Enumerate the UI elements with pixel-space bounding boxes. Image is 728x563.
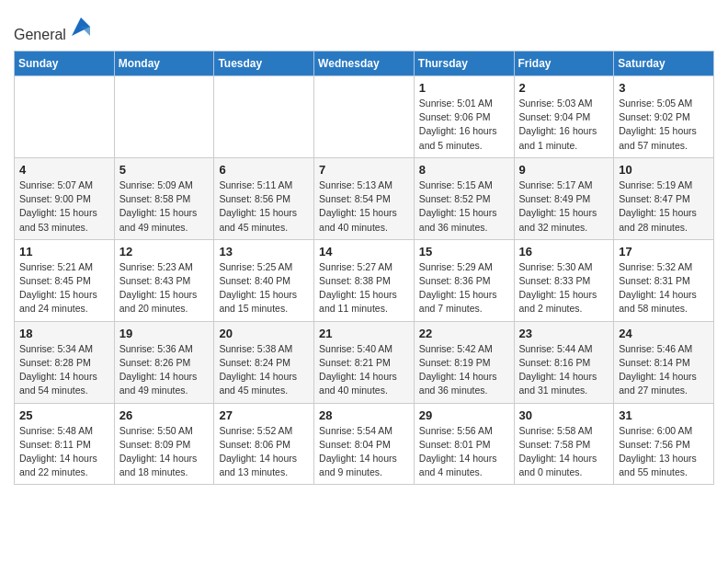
logo-general: General	[14, 27, 66, 42]
day-number: 20	[219, 327, 309, 340]
day-info: Sunrise: 5:30 AM Sunset: 8:33 PM Dayligh…	[519, 260, 609, 316]
day-info: Sunrise: 5:15 AM Sunset: 8:52 PM Dayligh…	[419, 178, 509, 235]
day-info: Sunrise: 5:09 AM Sunset: 8:58 PM Dayligh…	[119, 178, 210, 235]
calendar-cell	[214, 76, 314, 158]
calendar-cell: 6Sunrise: 5:11 AM Sunset: 8:56 PM Daylig…	[214, 157, 314, 239]
weekday-header: Thursday	[414, 52, 514, 76]
day-info: Sunrise: 5:25 AM Sunset: 8:40 PM Dayligh…	[219, 260, 309, 316]
day-info: Sunrise: 5:05 AM Sunset: 9:02 PM Dayligh…	[619, 97, 709, 153]
day-number: 6	[219, 163, 309, 177]
calendar-cell: 26Sunrise: 5:50 AM Sunset: 8:09 PM Dayli…	[114, 403, 214, 485]
calendar-cell: 3Sunrise: 5:05 AM Sunset: 9:02 PM Daylig…	[614, 76, 714, 158]
calendar-week-row: 4Sunrise: 5:07 AM Sunset: 9:00 PM Daylig…	[15, 157, 714, 239]
day-info: Sunrise: 5:07 AM Sunset: 9:00 PM Dayligh…	[19, 178, 109, 235]
day-info: Sunrise: 6:00 AM Sunset: 7:56 PM Dayligh…	[619, 424, 709, 480]
calendar-cell: 30Sunrise: 5:58 AM Sunset: 7:58 PM Dayli…	[514, 403, 614, 485]
calendar-cell: 17Sunrise: 5:32 AM Sunset: 8:31 PM Dayli…	[614, 239, 714, 321]
calendar-cell: 2Sunrise: 5:03 AM Sunset: 9:04 PM Daylig…	[514, 76, 614, 158]
day-number: 12	[119, 245, 210, 259]
calendar-cell: 27Sunrise: 5:52 AM Sunset: 8:06 PM Dayli…	[214, 403, 314, 485]
day-number: 15	[419, 245, 509, 259]
calendar-week-row: 18Sunrise: 5:34 AM Sunset: 8:28 PM Dayli…	[15, 321, 714, 403]
day-info: Sunrise: 5:48 AM Sunset: 8:11 PM Dayligh…	[19, 424, 109, 480]
logo-icon	[68, 14, 94, 40]
calendar-cell: 13Sunrise: 5:25 AM Sunset: 8:40 PM Dayli…	[214, 239, 314, 321]
calendar-cell: 25Sunrise: 5:48 AM Sunset: 8:11 PM Dayli…	[15, 403, 115, 485]
day-number: 9	[519, 163, 609, 177]
calendar-cell: 10Sunrise: 5:19 AM Sunset: 8:47 PM Dayli…	[614, 157, 714, 239]
calendar-cell: 19Sunrise: 5:36 AM Sunset: 8:26 PM Dayli…	[114, 321, 214, 403]
day-info: Sunrise: 5:44 AM Sunset: 8:16 PM Dayligh…	[519, 342, 609, 398]
calendar-cell: 11Sunrise: 5:21 AM Sunset: 8:45 PM Dayli…	[15, 239, 115, 321]
calendar-cell: 15Sunrise: 5:29 AM Sunset: 8:36 PM Dayli…	[414, 239, 514, 321]
day-number: 10	[619, 163, 709, 177]
day-info: Sunrise: 5:52 AM Sunset: 8:06 PM Dayligh…	[219, 424, 309, 480]
calendar-cell: 21Sunrise: 5:40 AM Sunset: 8:21 PM Dayli…	[314, 321, 415, 403]
day-info: Sunrise: 5:40 AM Sunset: 8:21 PM Dayligh…	[319, 342, 409, 398]
calendar-cell: 31Sunrise: 6:00 AM Sunset: 7:56 PM Dayli…	[614, 403, 714, 485]
calendar: SundayMondayTuesdayWednesdayThursdayFrid…	[14, 51, 714, 485]
header: General	[14, 9, 714, 43]
day-number: 8	[419, 163, 509, 177]
day-info: Sunrise: 5:13 AM Sunset: 8:54 PM Dayligh…	[319, 178, 409, 235]
day-info: Sunrise: 5:01 AM Sunset: 9:06 PM Dayligh…	[419, 97, 509, 153]
day-number: 24	[619, 327, 709, 340]
day-info: Sunrise: 5:36 AM Sunset: 8:26 PM Dayligh…	[119, 342, 210, 398]
calendar-cell	[114, 76, 214, 158]
day-info: Sunrise: 5:32 AM Sunset: 8:31 PM Dayligh…	[619, 260, 709, 316]
logo: General	[14, 14, 94, 43]
logo-text-block: General	[14, 14, 94, 43]
calendar-cell: 16Sunrise: 5:30 AM Sunset: 8:33 PM Dayli…	[514, 239, 614, 321]
weekday-header: Wednesday	[314, 52, 415, 76]
weekday-header: Sunday	[15, 52, 115, 76]
day-number: 16	[519, 245, 609, 259]
day-info: Sunrise: 5:23 AM Sunset: 8:43 PM Dayligh…	[119, 260, 210, 316]
weekday-header: Tuesday	[214, 52, 314, 76]
calendar-week-row: 11Sunrise: 5:21 AM Sunset: 8:45 PM Dayli…	[15, 239, 714, 321]
calendar-cell: 18Sunrise: 5:34 AM Sunset: 8:28 PM Dayli…	[15, 321, 115, 403]
calendar-cell: 28Sunrise: 5:54 AM Sunset: 8:04 PM Dayli…	[314, 403, 415, 485]
day-number: 22	[419, 327, 509, 340]
calendar-week-row: 25Sunrise: 5:48 AM Sunset: 8:11 PM Dayli…	[15, 403, 714, 485]
day-number: 13	[219, 245, 309, 259]
calendar-cell: 24Sunrise: 5:46 AM Sunset: 8:14 PM Dayli…	[614, 321, 714, 403]
day-number: 25	[19, 408, 109, 422]
day-number: 3	[619, 81, 709, 95]
calendar-cell	[15, 76, 115, 158]
calendar-cell: 9Sunrise: 5:17 AM Sunset: 8:49 PM Daylig…	[514, 157, 614, 239]
day-info: Sunrise: 5:42 AM Sunset: 8:19 PM Dayligh…	[419, 342, 509, 398]
day-info: Sunrise: 5:50 AM Sunset: 8:09 PM Dayligh…	[119, 424, 210, 480]
weekday-header: Saturday	[614, 52, 714, 76]
day-number: 18	[19, 327, 109, 340]
day-number: 23	[519, 327, 609, 340]
calendar-cell: 12Sunrise: 5:23 AM Sunset: 8:43 PM Dayli…	[114, 239, 214, 321]
day-info: Sunrise: 5:29 AM Sunset: 8:36 PM Dayligh…	[419, 260, 509, 316]
logo-text: General	[14, 14, 94, 43]
day-info: Sunrise: 5:34 AM Sunset: 8:28 PM Dayligh…	[19, 342, 109, 398]
day-number: 7	[319, 163, 409, 177]
day-info: Sunrise: 5:38 AM Sunset: 8:24 PM Dayligh…	[219, 342, 309, 398]
calendar-cell: 8Sunrise: 5:15 AM Sunset: 8:52 PM Daylig…	[414, 157, 514, 239]
calendar-cell: 5Sunrise: 5:09 AM Sunset: 8:58 PM Daylig…	[114, 157, 214, 239]
page: General SundayMondayTuesdayWednesdayThur…	[0, 0, 728, 499]
day-number: 30	[519, 408, 609, 422]
calendar-header-row: SundayMondayTuesdayWednesdayThursdayFrid…	[15, 52, 714, 76]
day-info: Sunrise: 5:11 AM Sunset: 8:56 PM Dayligh…	[219, 178, 309, 235]
day-number: 26	[119, 408, 210, 422]
day-info: Sunrise: 5:21 AM Sunset: 8:45 PM Dayligh…	[19, 260, 109, 316]
day-number: 29	[419, 408, 509, 422]
day-info: Sunrise: 5:03 AM Sunset: 9:04 PM Dayligh…	[519, 97, 609, 153]
day-number: 5	[119, 163, 210, 177]
day-number: 28	[319, 408, 409, 422]
calendar-cell: 20Sunrise: 5:38 AM Sunset: 8:24 PM Dayli…	[214, 321, 314, 403]
day-number: 17	[619, 245, 709, 259]
svg-marker-1	[81, 27, 90, 36]
day-number: 2	[519, 81, 609, 95]
weekday-header: Monday	[114, 52, 214, 76]
day-number: 14	[319, 245, 409, 259]
day-info: Sunrise: 5:46 AM Sunset: 8:14 PM Dayligh…	[619, 342, 709, 398]
day-info: Sunrise: 5:17 AM Sunset: 8:49 PM Dayligh…	[519, 178, 609, 235]
day-number: 1	[419, 81, 509, 95]
calendar-cell: 29Sunrise: 5:56 AM Sunset: 8:01 PM Dayli…	[414, 403, 514, 485]
day-number: 4	[19, 163, 109, 177]
